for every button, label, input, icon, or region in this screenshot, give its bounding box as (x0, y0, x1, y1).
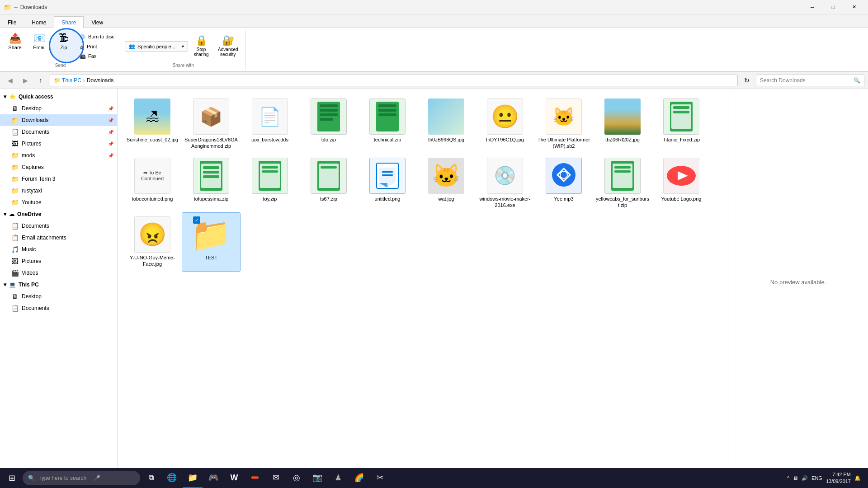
send-group-label: Send (55, 61, 66, 68)
sidebar-item-forum-term3[interactable]: 📁 Forum Term 3 (0, 173, 117, 185)
sidebar-thispc[interactable]: ▾ 💻 This PC (0, 279, 117, 291)
taskbar-steam[interactable]: ♟ (328, 468, 348, 488)
file-item-yellowcabs[interactable]: yellowcabs_for_sunburst.zip (593, 154, 652, 213)
sidebar-item-downloads[interactable]: 📁 Downloads 📌 (0, 114, 117, 126)
sidebar-item-captures[interactable]: 📁 Captures (0, 161, 117, 173)
zip-label: Zip (60, 45, 67, 50)
file-item-yee[interactable]: Yee.mp3 (534, 154, 593, 213)
sidebar-item-mods[interactable]: 📁 mods 📌 (0, 150, 117, 161)
file-icon-tobecontuined: ➡ To Be Continued (134, 158, 170, 194)
forward-button[interactable]: ▶ (19, 74, 32, 87)
taskbar-search[interactable]: 🔍 Type here to search 🎤 (23, 471, 140, 485)
file-item-th0jb[interactable]: th0JB998QS.jpg (417, 94, 476, 154)
start-button[interactable]: ⊞ (2, 468, 22, 488)
advanced-security-button[interactable]: 🔐 Advancedsecurity (214, 34, 241, 59)
file-item-taxi[interactable]: 📄 taxi_barstow.dds (241, 94, 299, 154)
taskbar-notification-icon[interactable]: 🔔 (854, 475, 861, 481)
tab-home[interactable]: Home (24, 16, 54, 28)
file-item-thdyt[interactable]: 😐 thDYT96C1Q.jpg (476, 94, 534, 154)
specific-people-button[interactable]: 👥 Specific people... ▾ (125, 41, 188, 52)
taskbar-explorer[interactable]: 📁 (183, 468, 203, 488)
file-item-platformer[interactable]: 🐱 The Ultimate Platformer (WIP).sb2 (534, 94, 593, 154)
stop-sharing-icon: 🔒 (195, 36, 208, 46)
refresh-button[interactable]: ↻ (741, 74, 753, 87)
file-item-toy[interactable]: toy.zip (241, 154, 299, 213)
burn-icon: 💿 (80, 34, 86, 40)
sidebar-quick-access[interactable]: ▾ ⭐ Quick access (0, 91, 117, 103)
sidebar-item-od-pictures[interactable]: 🖼 Pictures (0, 255, 117, 267)
search-box[interactable]: 🔍 (756, 75, 864, 86)
sidebar-item-documents[interactable]: 📋 Documents 📌 (0, 126, 117, 138)
file-item-wat[interactable]: 🐱 wat.jpg (417, 154, 476, 213)
email-button[interactable]: 📧 Email (28, 32, 51, 52)
print-button[interactable]: 🖨 Print (77, 43, 117, 50)
file-item-tofupessima[interactable]: tofupessima.zip (182, 154, 241, 213)
file-icon-platformer: 🐱 (546, 99, 582, 135)
maximize-button[interactable]: □ (823, 0, 844, 14)
sidebar-item-od-music[interactable]: 🎵 Music (0, 244, 117, 255)
file-item-youtube-logo[interactable]: Youtube Logo.png (652, 154, 711, 213)
file-name-yee: Yee.mp3 (554, 196, 573, 202)
file-icon-yuno: 😠 (134, 216, 170, 253)
file-item-untitled[interactable]: untitled.png (358, 154, 417, 213)
sidebar-item-pc-documents[interactable]: 📋 Documents (0, 302, 117, 314)
taskbar-xbox[interactable]: 🎮 (203, 468, 223, 488)
file-item-tdo[interactable]: tdo.zip (299, 94, 358, 154)
sidebar-item-od-videos[interactable]: 🎬 Videos (0, 267, 117, 279)
taskbar-dots[interactable] (245, 468, 265, 488)
file-item-technical[interactable]: technical.zip (358, 94, 417, 154)
tab-view[interactable]: View (84, 16, 111, 28)
file-item-wmm[interactable]: 💿 windows-movie-maker-2016.exe (476, 154, 534, 213)
tab-share[interactable]: Share (54, 16, 84, 28)
taskbar-sound-icon: 🔊 (802, 475, 808, 481)
sidebar-item-desktop[interactable]: 🖥 Desktop 📌 (0, 103, 117, 114)
sidebar-item-youtube[interactable]: 📁 Youtube (0, 197, 117, 208)
file-item-ts67[interactable]: ts67.zip (299, 154, 358, 213)
sidebar-item-pc-desktop[interactable]: 🖥 Desktop (0, 291, 117, 302)
file-icon-tofupessima (193, 158, 229, 194)
zip-button[interactable]: 🗜 Zip (52, 32, 75, 52)
up-button[interactable]: ↑ (34, 74, 47, 87)
sidebar-item-od-documents[interactable]: 📋 Documents (0, 220, 117, 232)
stop-sharing-button[interactable]: 🔒 Stopsharing (190, 34, 212, 59)
back-button[interactable]: ◀ (4, 74, 16, 87)
svg-point-31 (560, 171, 567, 178)
specific-dropdown-icon: ▾ (182, 44, 184, 49)
file-item-titanic[interactable]: Titanic_Fixed.zip (652, 94, 711, 154)
sidebar-item-pictures[interactable]: 🖼 Pictures 📌 (0, 138, 117, 150)
burn-button[interactable]: 💿 Burn to disc (77, 33, 117, 41)
taskbar-word[interactable]: W (224, 468, 244, 488)
breadcrumb-thispc: 📁 This PC (54, 77, 81, 84)
sidebar-onedrive[interactable]: ▾ ☁ OneDrive (0, 208, 117, 220)
taskbar-system: ^ 🖥 🔊 ENG 7:42 PM 13/09/2017 🔔 (787, 471, 866, 485)
sidebar-item-rustytaxi[interactable]: 📁 rustytaxi (0, 185, 117, 197)
address-box[interactable]: 📁 This PC › Downloads (50, 75, 738, 86)
close-button[interactable]: ✕ (844, 0, 864, 14)
taskbar-photos[interactable]: 📷 (307, 468, 327, 488)
file-item-test[interactable]: ✓ 📁 TEST (182, 212, 241, 272)
file-item-superdragons[interactable]: 📦 SuperDragons18LV8GAAenginemmod.zip (182, 94, 241, 154)
tab-file[interactable]: File (0, 16, 24, 28)
taskbar-snip[interactable]: ✂ (370, 468, 390, 488)
taskbar-task-view[interactable]: ⧉ (141, 468, 161, 488)
email-icon: 📧 (33, 33, 46, 43)
sidebar-item-od-email[interactable]: 📋 Email attachments (0, 232, 117, 244)
test-checkbox[interactable]: ✓ (193, 216, 200, 224)
share-button[interactable]: 📤 Share (4, 32, 26, 52)
taskbar-mail[interactable]: ✉ (266, 468, 286, 488)
file-icon-wmm: 💿 (487, 158, 523, 194)
file-item-tobecontuined[interactable]: ➡ To Be Continued tobecontuined.png (123, 154, 182, 213)
taskbar-cortana[interactable]: ◎ (287, 468, 307, 488)
fax-button[interactable]: 📠 Fax (77, 52, 117, 60)
minimize-button[interactable]: ─ (802, 0, 823, 14)
file-item-sunshine[interactable]: 🏖 Sunshine_coast_02.jpg (123, 94, 182, 154)
file-item-yuno[interactable]: 😠 Y-U-NO-Guy-Meme-Face.jpg (123, 212, 182, 272)
svg-rect-16 (203, 171, 219, 174)
taskbar-chrome[interactable]: 🌈 (349, 468, 369, 488)
file-name-taxi: taxi_barstow.dds (251, 136, 288, 143)
search-input[interactable] (760, 77, 852, 84)
taskbar-edge[interactable]: 🌐 (162, 468, 182, 488)
file-area[interactable]: 🏖 Sunshine_coast_02.jpg 📦 SuperDragons18… (118, 89, 728, 475)
file-item-thz06[interactable]: thZ06RI20Z.jpg (593, 94, 652, 154)
taskbar-chevron-icon[interactable]: ^ (787, 475, 789, 481)
